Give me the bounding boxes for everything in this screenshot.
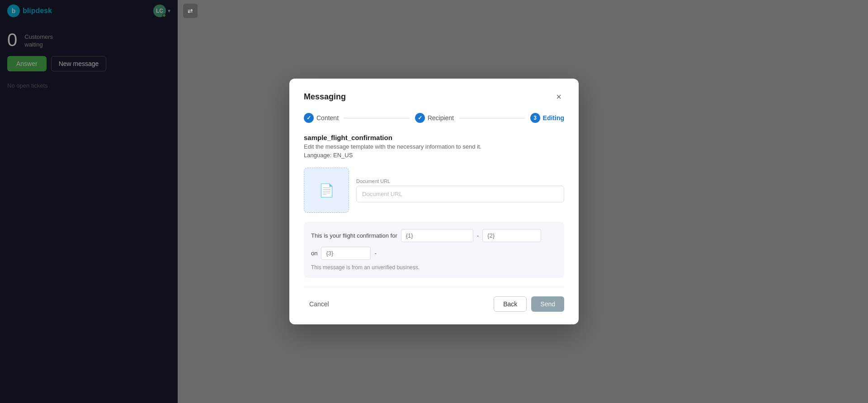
document-preview: 📄 [304,168,349,213]
step-2-icon [415,113,425,123]
check-icon-2 [418,115,422,121]
check-icon-1 [307,115,311,121]
back-button[interactable]: Back [494,296,527,312]
template-language: Language: EN_US [304,152,564,159]
step-line-2 [459,118,525,118]
step-3-number: 3 [533,115,537,121]
close-button[interactable]: × [553,91,564,102]
step-content: Content [304,113,339,123]
message-text-2: on [311,250,317,257]
message-template-area: This is your flight confirmation for - o… [304,222,564,278]
swap-icon: ⇄ [183,4,198,18]
template-name: sample_flight_confirmation [304,134,564,141]
document-icon: 📄 [319,183,335,198]
step-1-label: Content [316,114,339,122]
message-text-1: This is your flight confirmation for [311,232,397,239]
stepper: Content Recipient 3 Editing [304,113,564,123]
step-editing: 3 Editing [530,113,564,123]
dash-2: - [374,250,376,257]
template-input-1[interactable] [401,229,473,242]
messaging-modal: Messaging × Content Recipient 3 [289,79,579,324]
unverified-note: This message is from an unverified busin… [311,264,557,271]
template-input-2[interactable] [482,229,541,242]
message-row-1: This is your flight confirmation for - [311,229,557,242]
document-url-field: Document URL [356,178,564,202]
send-button[interactable]: Send [531,296,564,312]
modal-title: Messaging [304,92,346,102]
document-url-input[interactable] [356,186,564,202]
message-row-2: on - [311,247,557,260]
template-description: Edit the message template with the neces… [304,143,564,150]
document-url-label: Document URL [356,178,564,184]
template-input-3[interactable] [321,247,371,260]
footer-right: Back Send [494,296,564,312]
cancel-button[interactable]: Cancel [304,297,335,311]
top-icon-bar: ⇄ [178,0,203,22]
step-3-icon: 3 [530,113,540,123]
document-section: 📄 Document URL [304,168,564,213]
step-1-icon [304,113,314,123]
step-2-label: Recipient [428,114,454,122]
modal-footer: Cancel Back Send [304,287,564,312]
modal-header: Messaging × [304,91,564,102]
step-3-label: Editing [543,114,564,122]
modal-wrapper: Messaging × Content Recipient 3 [289,79,579,324]
step-recipient: Recipient [415,113,454,123]
dash-1: - [477,232,479,239]
step-line-1 [344,118,410,118]
